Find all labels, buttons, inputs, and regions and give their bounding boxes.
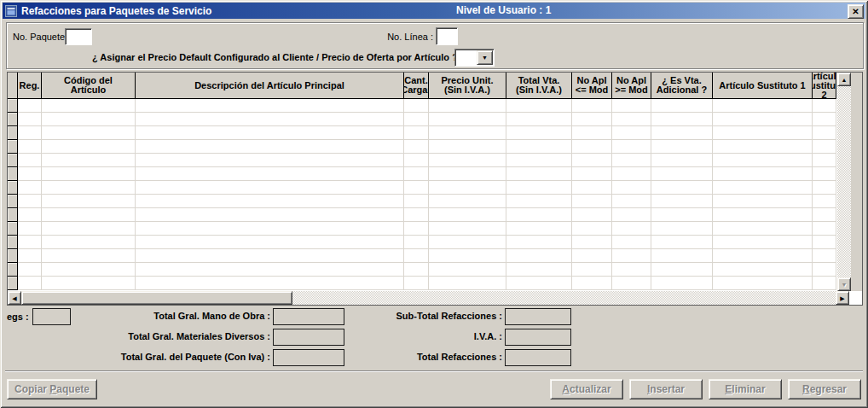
table-cell[interactable] [612, 140, 651, 154]
table-cell[interactable] [429, 277, 506, 290]
table-cell[interactable] [42, 154, 136, 167]
table-cell[interactable] [42, 249, 136, 263]
table-cell[interactable] [506, 99, 572, 113]
table-row[interactable] [8, 154, 837, 167]
table-row[interactable] [8, 222, 837, 236]
table-cell[interactable] [18, 113, 42, 126]
table-cell[interactable] [572, 195, 612, 208]
table-cell[interactable] [713, 195, 813, 208]
table-cell[interactable] [506, 154, 572, 167]
table-row[interactable] [8, 113, 837, 126]
table-cell[interactable] [136, 208, 404, 222]
close-button[interactable]: ✕ [848, 4, 864, 19]
row-header-cell[interactable] [8, 222, 18, 236]
table-cell[interactable] [612, 263, 651, 277]
table-cell[interactable] [651, 126, 713, 140]
eliminar-button[interactable]: Eliminar [709, 379, 782, 399]
table-row[interactable] [8, 277, 837, 290]
table-cell[interactable] [713, 222, 813, 236]
table-cell[interactable] [42, 236, 136, 249]
table-cell[interactable] [612, 249, 651, 263]
table-cell[interactable] [813, 113, 836, 126]
table-cell[interactable] [713, 154, 813, 167]
horizontal-scrollbar[interactable]: ◀ ▶ [8, 291, 849, 305]
table-cell[interactable] [506, 167, 572, 181]
scroll-down-button[interactable]: ▼ [837, 277, 851, 291]
row-header-cell[interactable] [8, 263, 18, 277]
table-cell[interactable] [42, 263, 136, 277]
table-cell[interactable] [18, 236, 42, 249]
table-cell[interactable] [813, 208, 836, 222]
table-cell[interactable] [651, 167, 713, 181]
table-cell[interactable] [572, 99, 612, 113]
table-cell[interactable] [813, 277, 836, 290]
table-cell[interactable] [813, 140, 836, 154]
table-cell[interactable] [572, 222, 612, 236]
table-cell[interactable] [42, 140, 136, 154]
row-header-cell[interactable] [8, 249, 18, 263]
table-cell[interactable] [18, 99, 42, 113]
table-cell[interactable] [429, 263, 506, 277]
table-cell[interactable] [572, 181, 612, 195]
table-cell[interactable] [42, 113, 136, 126]
horizontal-scroll-track[interactable] [21, 291, 836, 305]
table-cell[interactable] [404, 263, 429, 277]
table-cell[interactable] [404, 181, 429, 195]
table-cell[interactable] [429, 222, 506, 236]
vertical-scrollbar[interactable]: ▲ ▼ [837, 73, 851, 291]
table-cell[interactable] [429, 140, 506, 154]
table-cell[interactable] [136, 277, 404, 290]
table-cell[interactable] [813, 181, 836, 195]
table-cell[interactable] [651, 140, 713, 154]
table-cell[interactable] [572, 236, 612, 249]
table-cell[interactable] [429, 126, 506, 140]
table-cell[interactable] [713, 277, 813, 290]
table-cell[interactable] [506, 126, 572, 140]
table-cell[interactable] [612, 277, 651, 290]
table-cell[interactable] [18, 154, 42, 167]
table-cell[interactable] [404, 208, 429, 222]
table-cell[interactable] [18, 249, 42, 263]
table-cell[interactable] [136, 263, 404, 277]
table-row[interactable] [8, 249, 837, 263]
table-cell[interactable] [651, 113, 713, 126]
table-cell[interactable] [429, 236, 506, 249]
table-cell[interactable] [813, 222, 836, 236]
row-header-cell[interactable] [8, 126, 18, 140]
table-cell[interactable] [42, 167, 136, 181]
table-cell[interactable] [813, 195, 836, 208]
table-cell[interactable] [651, 195, 713, 208]
table-cell[interactable] [506, 181, 572, 195]
table-row[interactable] [8, 126, 837, 140]
table-cell[interactable] [136, 113, 404, 126]
table-cell[interactable] [612, 181, 651, 195]
table-row[interactable] [8, 140, 837, 154]
table-cell[interactable] [42, 181, 136, 195]
table-cell[interactable] [651, 249, 713, 263]
table-row[interactable] [8, 99, 837, 113]
table-cell[interactable] [42, 222, 136, 236]
table-row[interactable] [8, 208, 837, 222]
table-cell[interactable] [713, 236, 813, 249]
table-cell[interactable] [813, 126, 836, 140]
table-cell[interactable] [612, 126, 651, 140]
table-cell[interactable] [404, 126, 429, 140]
table-cell[interactable] [18, 167, 42, 181]
table-cell[interactable] [713, 263, 813, 277]
table-cell[interactable] [506, 236, 572, 249]
table-cell[interactable] [651, 181, 713, 195]
table-cell[interactable] [136, 195, 404, 208]
table-cell[interactable] [42, 208, 136, 222]
table-cell[interactable] [136, 167, 404, 181]
table-cell[interactable] [136, 154, 404, 167]
row-header-cell[interactable] [8, 181, 18, 195]
table-cell[interactable] [713, 181, 813, 195]
table-cell[interactable] [404, 140, 429, 154]
table-row[interactable] [8, 167, 837, 181]
table-cell[interactable] [42, 126, 136, 140]
table-cell[interactable] [651, 263, 713, 277]
table-cell[interactable] [713, 99, 813, 113]
table-cell[interactable] [429, 181, 506, 195]
table-cell[interactable] [651, 208, 713, 222]
no-linea-input[interactable] [436, 27, 458, 45]
